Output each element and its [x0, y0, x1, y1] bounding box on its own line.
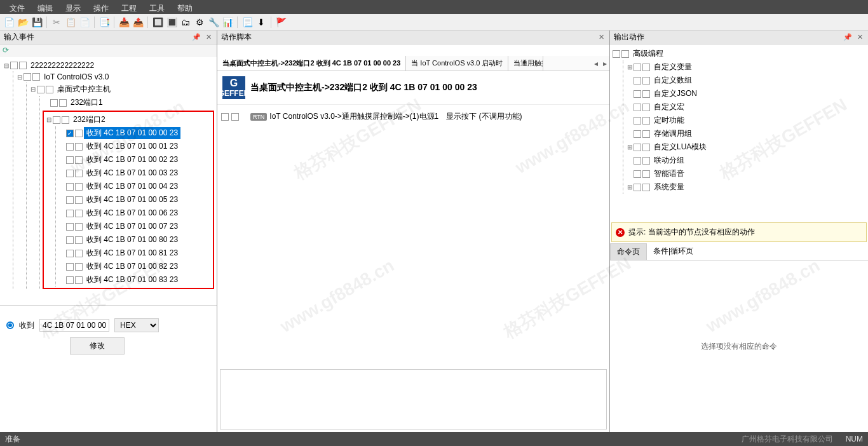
- tree-port2[interactable]: 232端口2: [71, 114, 108, 126]
- menu-tools[interactable]: 工具: [143, 2, 171, 12]
- panel-title: 输入事件: [4, 32, 34, 43]
- tree-item[interactable]: 定时功能: [651, 114, 687, 126]
- cut-icon[interactable]: ✂: [50, 16, 63, 29]
- tree-event[interactable]: 收到 4C 1B 07 01 00 81 23: [58, 247, 212, 260]
- tab-event[interactable]: 当桌面式中控主机->232端口2 收到 4C 1B 07 01 00 00 23: [217, 56, 406, 71]
- script-line[interactable]: RTN IoT ControlOS v3.0->通用触摸屏控制端->(1)电源1…: [221, 109, 606, 125]
- output-textarea[interactable]: [220, 369, 607, 429]
- t4-icon[interactable]: ⚙: [193, 16, 206, 29]
- t6-icon[interactable]: 📊: [221, 16, 234, 29]
- toolbar: 📄 📂 💾 ✂ 📋 📄 📑 📥 📤 🔲 🔳 🗂 ⚙ 🔧 📊 📃 ⬇ 🚩: [0, 14, 868, 30]
- scroll-right-icon[interactable]: ▸: [600, 58, 609, 69]
- modify-button[interactable]: 修改: [70, 337, 125, 355]
- tree-event[interactable]: 收到 4C 1B 07 01 00 82 23: [58, 260, 212, 273]
- tree-event[interactable]: 收到 4C 1B 07 01 00 83 23: [58, 273, 212, 287]
- tree-item[interactable]: 自定义数组: [651, 74, 695, 86]
- t2-icon[interactable]: 🔳: [165, 16, 178, 29]
- company-text: 广州格芬电子科技有限公司: [742, 434, 833, 445]
- script-panel: 动作脚本 ✕ 当桌面式中控主机->232端口2 收到 4C 1B 07 01 0…: [217, 30, 610, 432]
- menu-display[interactable]: 显示: [59, 2, 87, 12]
- open-icon[interactable]: 📂: [17, 16, 29, 29]
- recv-radio[interactable]: [6, 321, 14, 329]
- menu-edit[interactable]: 编辑: [31, 2, 59, 12]
- tree-event[interactable]: 收到 4C 1B 07 01 00 05 23: [58, 193, 212, 206]
- output-actions-panel: 输出动作 📌✕ 高级编程⊞自定义变量自定义数组自定义JSON自定义宏定时功能存储…: [610, 30, 868, 432]
- format-select[interactable]: HEX: [114, 318, 159, 332]
- script-tabs: 当桌面式中控主机->232端口2 收到 4C 1B 07 01 00 00 23…: [217, 56, 609, 71]
- panel-title: 输出动作: [614, 32, 644, 43]
- status-text: 准备: [5, 434, 20, 444]
- cmd-tabs: 命令页 条件|循环页: [610, 243, 868, 260]
- tree-event[interactable]: 收到 4C 1B 07 01 00 06 23: [58, 206, 212, 220]
- num-indicator: NUM: [846, 435, 863, 443]
- cmd-tab-cond[interactable]: 条件|循环页: [647, 243, 700, 260]
- geffen-logo: GGEFFEN: [222, 76, 245, 99]
- line-checkbox2[interactable]: [231, 113, 239, 121]
- close-icon[interactable]: ✕: [597, 33, 606, 41]
- tree-event[interactable]: 收到 4C 1B 07 01 00 07 23: [58, 220, 212, 233]
- paste-icon[interactable]: 📄: [78, 16, 91, 29]
- warning-bar: ✕ 提示: 当前选中的节点没有相应的动作: [611, 222, 867, 242]
- menu-file[interactable]: 文件: [3, 2, 31, 12]
- script-body: RTN IoT ControlOS v3.0->通用触摸屏控制端->(1)电源1…: [217, 105, 609, 240]
- line-checkbox[interactable]: [221, 113, 229, 121]
- close-icon[interactable]: ✕: [205, 33, 213, 41]
- download-icon[interactable]: ⬇: [255, 16, 268, 29]
- statusbar: 准备 广州格芬电子科技有限公司 NUM: [0, 432, 868, 446]
- menu-help[interactable]: 帮助: [171, 2, 199, 12]
- pin-icon[interactable]: 📌: [842, 33, 853, 41]
- tree-event[interactable]: 收到 4C 1B 07 01 00 04 23: [58, 180, 212, 193]
- t5-icon[interactable]: 🔧: [207, 16, 220, 29]
- tree-desktop[interactable]: 桌面式中控主机: [55, 83, 113, 95]
- new-icon[interactable]: 📄: [3, 16, 15, 29]
- event-form: 收到 HEX 修改: [0, 305, 217, 432]
- tree-item[interactable]: 自定义宏: [651, 101, 687, 113]
- scroll-left-icon[interactable]: ◂: [592, 58, 600, 69]
- pin-icon[interactable]: 📌: [191, 33, 202, 41]
- script-line-text: IoT ControlOS v3.0->通用触摸屏控制端->(1)电源1 显示按…: [269, 111, 522, 122]
- hex-input[interactable]: [39, 319, 109, 332]
- tree-iot[interactable]: IoT ControlOS v3.0: [41, 72, 112, 82]
- t1-icon[interactable]: 🔲: [151, 16, 164, 29]
- tree-event[interactable]: 收到 4C 1B 07 01 00 02 23: [58, 153, 212, 166]
- action-tree[interactable]: 高级编程⊞自定义变量自定义数组自定义JSON自定义宏定时功能存储调用组⊞自定义L…: [610, 44, 868, 221]
- tree-event[interactable]: 收到 4C 1B 07 01 00 80 23: [58, 233, 212, 247]
- tab-touch[interactable]: 当通用触摸: [508, 56, 543, 71]
- cmd-tab-cmd[interactable]: 命令页: [610, 243, 647, 260]
- tree-item[interactable]: 高级编程: [630, 48, 666, 60]
- menubar: 文件 编辑 显示 操作 工程 工具 帮助: [0, 0, 868, 14]
- close-icon[interactable]: ✕: [856, 33, 864, 41]
- tree-item[interactable]: 系统变量: [651, 181, 687, 193]
- t7-icon[interactable]: 📃: [241, 16, 254, 29]
- script-title: 当桌面式中控主机->232端口2 收到 4C 1B 07 01 00 00 23: [250, 82, 477, 93]
- copy2-icon[interactable]: 📑: [98, 16, 111, 29]
- event-tree[interactable]: ⊟222222222222222 ⊟IoT ControlOS v3.0 ⊟桌面…: [0, 57, 217, 305]
- menu-project[interactable]: 工程: [115, 2, 143, 12]
- tree-event[interactable]: ✓收到 4C 1B 07 01 00 00 23: [58, 126, 212, 140]
- tree-item[interactable]: 智能语音: [651, 168, 687, 180]
- tree-port1[interactable]: 232端口1: [68, 97, 105, 109]
- tree-item[interactable]: 联动分组: [651, 154, 687, 166]
- export-icon[interactable]: 📤: [132, 16, 144, 29]
- tree-item[interactable]: 存储调用组: [651, 128, 695, 140]
- warning-text: 提示: 当前选中的节点没有相应的动作: [628, 227, 755, 238]
- tree-item[interactable]: 自定义JSON: [651, 88, 700, 100]
- flag-icon[interactable]: 🚩: [275, 16, 287, 29]
- import-icon[interactable]: 📥: [118, 16, 130, 29]
- tree-item[interactable]: 自定义LUA模块: [651, 141, 709, 153]
- t3-icon[interactable]: 🗂: [179, 16, 192, 29]
- tree-toolbar: ⟳: [0, 44, 217, 57]
- recv-label: 收到: [19, 320, 34, 331]
- refresh-icon[interactable]: ⟳: [3, 46, 9, 55]
- tree-event[interactable]: 收到 4C 1B 07 01 00 01 23: [58, 140, 212, 153]
- tree-root[interactable]: 222222222222222: [28, 60, 97, 71]
- tab-startup[interactable]: 当 IoT ControlOS v3.0 启动时: [406, 56, 508, 71]
- tree-item[interactable]: 自定义变量: [651, 61, 695, 73]
- cmd-empty-text: 选择项没有相应的命令: [701, 341, 777, 352]
- tree-event[interactable]: 收到 4C 1B 07 01 00 03 23: [58, 166, 212, 180]
- input-events-panel: 输入事件 📌 ✕ ⟳ ⊟222222222222222 ⊟IoT Control…: [0, 30, 217, 432]
- copy-icon[interactable]: 📋: [64, 16, 77, 29]
- menu-action[interactable]: 操作: [87, 2, 115, 12]
- save-icon[interactable]: 💾: [31, 16, 43, 29]
- cmd-body: 选择项没有相应的命令: [610, 260, 868, 432]
